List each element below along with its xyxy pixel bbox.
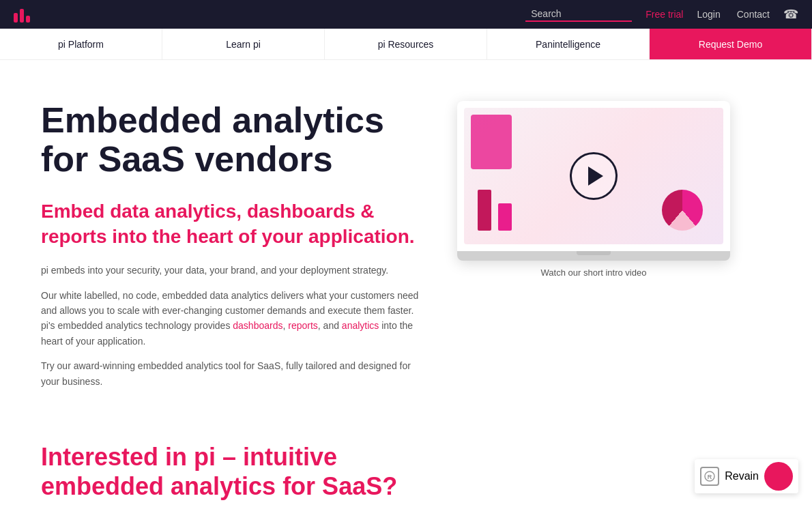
laptop-stand [577,251,611,255]
play-triangle-icon [588,166,603,186]
nav-item-request-demo[interactable]: Request Demo [650,29,812,59]
revain-text: Revain [725,470,759,482]
analytics-link[interactable]: analytics [342,320,379,331]
phone-icon[interactable]: ☎ [783,7,798,22]
logo-icon [14,6,30,23]
search-input[interactable] [531,8,626,19]
contact-link[interactable]: Contact [737,9,770,20]
hero-subtitle: Embed data analytics, dashboards & repor… [41,199,423,249]
top-nav-links: Login Contact [697,9,770,20]
nav-item-learn-pi[interactable]: Learn pi [162,29,325,59]
logo-bar-2 [20,9,24,23]
free-trial-link[interactable]: Free trial [646,9,683,20]
hero-desc-3: Try our award-winning embedded analytics… [41,358,423,389]
dash-bar2 [498,203,512,231]
search-area[interactable] [525,7,632,22]
revain-badge[interactable]: R Revain [695,459,798,493]
play-button[interactable] [570,152,618,200]
laptop-base [457,251,730,261]
revain-icon: R [700,467,719,486]
svg-text:R: R [708,474,712,480]
bottom-title: Interested in pi – intuitive embedded an… [41,442,771,501]
hero-section: Embedded analytics for SaaS vendors Embe… [0,60,812,429]
main-nav: pi Platform Learn pi pi Resources Panint… [0,29,812,60]
dash-left-chart [471,115,512,169]
logo-area [14,6,30,23]
dashboards-link[interactable]: dashboards [233,320,282,331]
hero-desc-1: pi embeds into your security, your data,… [41,263,423,278]
logo-bar-3 [26,16,30,23]
reports-link[interactable]: reports [288,320,318,331]
top-bar: Free trial Login Contact ☎ [0,0,812,29]
dash-pie-chart [662,190,703,231]
revain-circle [764,462,793,491]
chart-area [464,108,723,244]
login-link[interactable]: Login [697,9,720,20]
bottom-section: Interested in pi – intuitive embedded an… [0,429,812,507]
hero-text: Embedded analytics for SaaS vendors Embe… [41,101,423,399]
nav-item-panintelligence[interactable]: Panintelligence [487,29,650,59]
laptop-screen [457,101,730,251]
video-caption: Watch our short intro video [541,267,647,278]
nav-item-pi-resources[interactable]: pi Resources [325,29,487,59]
logo-bar-1 [14,13,18,23]
hero-desc-2: Our white labelled, no code, embedded da… [41,288,423,349]
hero-title: Embedded analytics for SaaS vendors [41,101,423,179]
dash-bar1 [478,190,491,231]
screen-inner [464,108,723,244]
hero-video: Watch our short intro video [450,101,737,278]
nav-item-pi-platform[interactable]: pi Platform [0,29,162,59]
video-mockup [457,101,730,261]
